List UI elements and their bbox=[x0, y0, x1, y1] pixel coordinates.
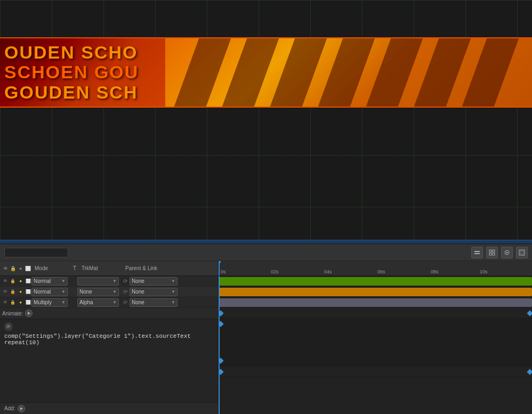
svg-rect-0 bbox=[474, 251, 480, 252]
track-row-3 bbox=[219, 297, 532, 308]
layer-button[interactable] bbox=[471, 247, 483, 258]
time-marker-6s: 06s bbox=[377, 269, 385, 274]
grid-button[interactable] bbox=[486, 247, 498, 258]
svg-rect-4 bbox=[489, 253, 491, 255]
parent-select-2[interactable]: None ▼ bbox=[130, 288, 178, 296]
parent-select-3[interactable]: None ▼ bbox=[130, 298, 178, 307]
frame-toggle[interactable]: ⬜ bbox=[25, 278, 31, 285]
banner-title2: SCHOEN GOU bbox=[4, 62, 165, 82]
playhead[interactable] bbox=[219, 261, 220, 275]
time-ruler: 0s 02s 04s 06s 08s 10s bbox=[219, 261, 532, 276]
parent-select-1[interactable]: None ▼ bbox=[130, 277, 178, 286]
trkmat-select-2[interactable]: None ▼ bbox=[77, 288, 119, 296]
eye-toggle-3[interactable]: 👁 bbox=[2, 299, 9, 306]
trkmat-chevron-1: ▼ bbox=[112, 279, 117, 283]
parent-icon-3: ⟳ bbox=[121, 298, 130, 307]
layer-icons-3: 👁 🔒 ● ⬜ bbox=[2, 299, 31, 306]
trkmat-header: TrkMat bbox=[79, 265, 122, 271]
expression-icon-row: ⟳ bbox=[4, 322, 214, 331]
track-bottom bbox=[219, 367, 532, 377]
banner-title1: OUDEN SCHO bbox=[4, 43, 165, 62]
expression-area: ⟳ comp("Settings").layer("Categorie 1").… bbox=[0, 319, 218, 402]
parent-header: Parent & Link bbox=[123, 265, 176, 271]
timeline-content: 👁 🔒 ● ⬜ Mode T TrkMat Parent & Link 👁 🔒 … bbox=[0, 261, 532, 414]
mode-select-2[interactable]: Normal ▼ bbox=[31, 288, 68, 296]
keyframe-marker-right bbox=[527, 310, 532, 316]
trkmat-value-3: Alpha bbox=[79, 299, 93, 305]
track-bar-green bbox=[219, 277, 532, 286]
svg-rect-3 bbox=[493, 250, 495, 252]
expression-line2: repeat(10) bbox=[4, 339, 214, 346]
lock-toggle-3[interactable]: 🔒 bbox=[10, 299, 16, 306]
animate-row: Animate: bbox=[0, 308, 218, 319]
layer-row: 👁 🔒 ● ⬜ Multiply ▼ Alpha ▼ ⟳ None ▼ bbox=[0, 297, 218, 308]
layer-row: 👁 🔒 ● ⬜ Normal ▼ None ▼ ⟳ None ▼ bbox=[0, 287, 218, 297]
mode-chevron-1: ▼ bbox=[61, 279, 66, 283]
frame-toggle-2[interactable]: ⬜ bbox=[25, 288, 31, 295]
animate-button[interactable] bbox=[25, 310, 33, 317]
timeline-area: 👁 🔒 ● ⬜ Mode T TrkMat Parent & Link 👁 🔒 … bbox=[0, 244, 532, 414]
svg-marker-11 bbox=[20, 407, 23, 410]
eye-toggle[interactable]: 👁 bbox=[2, 278, 9, 285]
animate-label: Animate: bbox=[2, 311, 23, 316]
time-marker-2s: 02s bbox=[271, 269, 279, 274]
solo-toggle[interactable]: ● bbox=[18, 278, 24, 285]
trkmat-select-1[interactable]: ▼ bbox=[77, 277, 119, 286]
trkmat-chevron-3: ▼ bbox=[112, 300, 117, 305]
parent-icon-1: ⟳ bbox=[121, 277, 130, 286]
left-panel: 👁 🔒 ● ⬜ Mode T TrkMat Parent & Link 👁 🔒 … bbox=[0, 261, 219, 414]
svg-rect-9 bbox=[520, 251, 523, 254]
stripe bbox=[458, 38, 522, 107]
preview-grid bbox=[0, 0, 532, 240]
mode-select-1[interactable]: Normal ▼ bbox=[31, 277, 68, 286]
timeline-toolbar bbox=[0, 244, 532, 261]
solo-icon: ● bbox=[18, 264, 24, 273]
time-marker-4s: 04s bbox=[324, 269, 332, 274]
parent-chevron-1: ▼ bbox=[171, 279, 175, 283]
mode-select-3[interactable]: Multiply ▼ bbox=[31, 298, 68, 307]
playhead-line bbox=[219, 276, 220, 414]
solo-toggle-2[interactable]: ● bbox=[18, 288, 24, 295]
layer-row: 👁 🔒 ● ⬜ Normal ▼ ▼ ⟳ None ▼ bbox=[0, 276, 218, 287]
add-button[interactable] bbox=[18, 405, 25, 412]
search-input[interactable] bbox=[4, 248, 68, 257]
svg-rect-5 bbox=[493, 253, 495, 255]
layer-icons: 👁 🔒 ● ⬜ bbox=[2, 278, 31, 285]
mode-header: Mode bbox=[33, 265, 70, 271]
preview-area: OUDEN SCHO SCHOEN GOU GOUDEN SCH bbox=[0, 0, 532, 240]
expression-icon[interactable]: ⟳ bbox=[4, 322, 13, 331]
options-button[interactable] bbox=[501, 247, 513, 258]
expression-track bbox=[219, 319, 532, 367]
banner-border-top bbox=[0, 37, 532, 38]
time-marker-0s: 0s bbox=[221, 269, 226, 274]
keyframe-bottom-right bbox=[527, 369, 532, 375]
frame-toggle-3[interactable]: ⬜ bbox=[25, 299, 31, 306]
mode-chevron-2: ▼ bbox=[61, 289, 66, 294]
time-marker-8s: 08s bbox=[431, 269, 439, 274]
eye-toggle-2[interactable]: 👁 bbox=[2, 288, 9, 295]
lock-toggle-2[interactable]: 🔒 bbox=[10, 288, 16, 295]
parent-value-1: None bbox=[132, 278, 144, 284]
banner-title3: GOUDEN SCH bbox=[4, 83, 165, 102]
eye-icon: 👁 bbox=[2, 264, 9, 273]
lock-toggle[interactable]: 🔒 bbox=[10, 278, 16, 285]
parent-value-3: None bbox=[132, 299, 144, 305]
track-bar-gray bbox=[219, 298, 532, 307]
svg-rect-2 bbox=[489, 250, 491, 252]
solo-toggle-3[interactable]: ● bbox=[18, 299, 24, 306]
mode-chevron-3: ▼ bbox=[61, 300, 66, 305]
layer-icons-2: 👁 🔒 ● ⬜ bbox=[2, 288, 31, 295]
frame-button[interactable] bbox=[516, 247, 528, 258]
divider-bar bbox=[0, 240, 532, 244]
parent-chevron-3: ▼ bbox=[171, 300, 175, 305]
trkmat-value-2: None bbox=[79, 289, 92, 295]
playhead-triangle bbox=[219, 261, 221, 265]
t-header: T bbox=[71, 265, 78, 271]
layer-header: 👁 🔒 ● ⬜ Mode T TrkMat Parent & Link bbox=[0, 261, 218, 276]
add-label: Add: bbox=[4, 405, 15, 411]
parent-chevron-2: ▼ bbox=[171, 289, 175, 294]
diagonal-stripes bbox=[165, 38, 532, 107]
trkmat-select-3[interactable]: Alpha ▼ bbox=[77, 298, 119, 307]
svg-point-7 bbox=[506, 251, 508, 253]
trkmat-chevron-2: ▼ bbox=[112, 289, 117, 294]
